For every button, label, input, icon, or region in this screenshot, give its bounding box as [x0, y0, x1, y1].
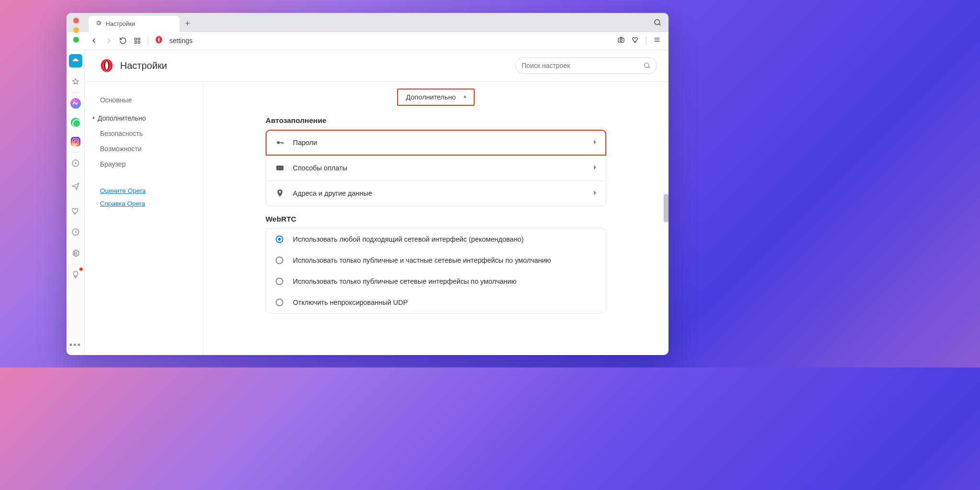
svg-rect-1: [135, 38, 137, 40]
opera-icon: [155, 36, 163, 45]
radio-icon: [276, 278, 283, 285]
svg-rect-4: [138, 41, 140, 43]
rail-instagram-button[interactable]: [69, 135, 82, 148]
radio-icon: [276, 235, 283, 243]
webrtc-option-disable[interactable]: Отключить непроксированный UDP: [266, 292, 606, 313]
webrtc-card: Использовать любой подходящий сетевой ин…: [266, 228, 606, 313]
chevron-right-icon: [593, 164, 597, 172]
chevron-right-icon: [593, 189, 597, 197]
divider: [148, 36, 148, 45]
webrtc-option-pub[interactable]: Использовать только публичные сетевые ин…: [266, 271, 606, 292]
window-close-button[interactable]: [73, 18, 79, 23]
rail-player-button[interactable]: [69, 156, 82, 170]
svg-point-18: [645, 63, 649, 67]
webrtc-option-pubpriv[interactable]: Использовать только публичные и частные …: [266, 250, 606, 271]
svg-point-13: [74, 252, 77, 254]
rail-separator: [72, 264, 79, 264]
left-rail: •••: [67, 50, 85, 355]
webrtc-option-pubpriv-label: Использовать только публичные и частные …: [293, 256, 551, 264]
whatsapp-icon: [71, 118, 80, 127]
radio-icon: [276, 299, 283, 306]
autofill-addresses-row[interactable]: Адреса и другие данные: [266, 180, 606, 206]
rail-settings-button[interactable]: [69, 246, 82, 260]
webrtc-option-disable-label: Отключить непроксированный UDP: [293, 299, 408, 306]
caret-up-icon: ▾: [92, 115, 95, 121]
svg-rect-9: [618, 38, 624, 43]
autofill-payment-label: Способы оплаты: [293, 164, 347, 172]
sidebar-item-features[interactable]: Возможности: [85, 141, 203, 156]
svg-point-10: [620, 39, 623, 42]
sidebar-item-browser[interactable]: Браузер: [85, 156, 203, 172]
heart-button[interactable]: [632, 36, 639, 45]
rail-pinboards-button[interactable]: [69, 204, 82, 218]
webrtc-section-title: WebRTC: [266, 215, 606, 223]
svg-point-0: [655, 20, 660, 25]
forward-button[interactable]: [105, 37, 112, 45]
rail-messenger-button[interactable]: [69, 97, 82, 110]
settings-search[interactable]: [515, 57, 657, 74]
sidebar-rate-link[interactable]: Оцените Opera: [85, 184, 203, 197]
scrollbar[interactable]: [664, 194, 668, 223]
autofill-passwords-row[interactable]: Пароли: [266, 130, 606, 155]
gear-icon: [95, 20, 102, 28]
rail-send-button[interactable]: [69, 179, 82, 193]
sidebar-item-security[interactable]: Безопасность: [85, 126, 203, 141]
chevron-right-icon: [593, 139, 597, 146]
autofill-passwords-label: Пароли: [293, 139, 317, 146]
snapshot-button[interactable]: [617, 36, 625, 45]
instagram-icon: [71, 137, 80, 146]
autofill-payment-row[interactable]: Способы оплаты: [266, 155, 606, 180]
svg-rect-2: [138, 38, 140, 40]
rail-whatsapp-button[interactable]: [69, 116, 82, 129]
back-button[interactable]: [90, 37, 98, 45]
webrtc-option-any[interactable]: Использовать любой подходящий сетевой ин…: [266, 229, 606, 250]
sidebar-item-advanced[interactable]: ▾ Дополнительно: [85, 111, 203, 126]
window-minimize-button[interactable]: [73, 27, 79, 33]
sidebar-advanced-label: Дополнительно: [98, 114, 146, 122]
opera-logo-icon: [100, 59, 113, 72]
browser-window: Настройки + settings: [67, 13, 668, 355]
settings-header: Настройки: [85, 50, 668, 82]
caret-up-icon: ▾: [464, 94, 466, 100]
tab-bar: Настройки +: [67, 13, 668, 32]
tab-settings[interactable]: Настройки: [89, 16, 179, 32]
search-icon: [643, 62, 651, 69]
autofill-addresses-label: Адреса и другие данные: [293, 189, 372, 197]
tab-label: Настройки: [106, 21, 135, 27]
rail-bookmarks-button[interactable]: [69, 75, 82, 89]
settings-sidebar: Основные ▾ Дополнительно Безопасность Во…: [85, 82, 203, 355]
svg-rect-21: [277, 167, 284, 168]
autofill-card: Пароли Способы оплаты: [266, 130, 606, 206]
speed-dial-button[interactable]: [134, 37, 141, 45]
card-icon: [275, 163, 285, 173]
advanced-toggle-label: Дополнительно: [406, 93, 456, 101]
sidebar-help-link[interactable]: Справка Opera: [85, 197, 203, 210]
window-maximize-button[interactable]: [73, 37, 79, 43]
tabbar-search-button[interactable]: [653, 13, 662, 32]
rail-separator: [72, 92, 79, 93]
key-icon: [275, 138, 285, 147]
svg-rect-3: [135, 41, 137, 43]
webrtc-option-pub-label: Использовать только публичные сетевые ин…: [293, 278, 516, 285]
page-title: Настройки: [120, 60, 167, 71]
rail-history-button[interactable]: [69, 225, 82, 239]
svg-point-8: [158, 37, 159, 42]
svg-point-17: [105, 61, 108, 70]
advanced-toggle-button[interactable]: Дополнительно ▾: [397, 89, 474, 106]
notification-dot-icon: [79, 267, 83, 271]
radio-icon: [276, 256, 283, 264]
rail-tips-button[interactable]: [69, 268, 82, 281]
easy-setup-button[interactable]: [653, 36, 661, 45]
sidebar-item-basic[interactable]: Основные: [85, 92, 203, 108]
rail-more-button[interactable]: •••: [69, 340, 81, 355]
autofill-section-title: Автозаполнение: [266, 116, 606, 125]
pin-icon: [275, 189, 285, 198]
new-tab-button[interactable]: +: [179, 16, 196, 32]
rail-home-button[interactable]: [69, 54, 82, 67]
reload-button[interactable]: [119, 37, 127, 45]
webrtc-option-any-label: Использовать любой подходящий сетевой ин…: [293, 235, 523, 243]
settings-main: Дополнительно ▾ Автозаполнение Пароли: [203, 82, 668, 355]
rail-separator: [72, 152, 79, 153]
settings-search-input[interactable]: [522, 62, 639, 69]
url-field[interactable]: settings: [169, 37, 611, 45]
